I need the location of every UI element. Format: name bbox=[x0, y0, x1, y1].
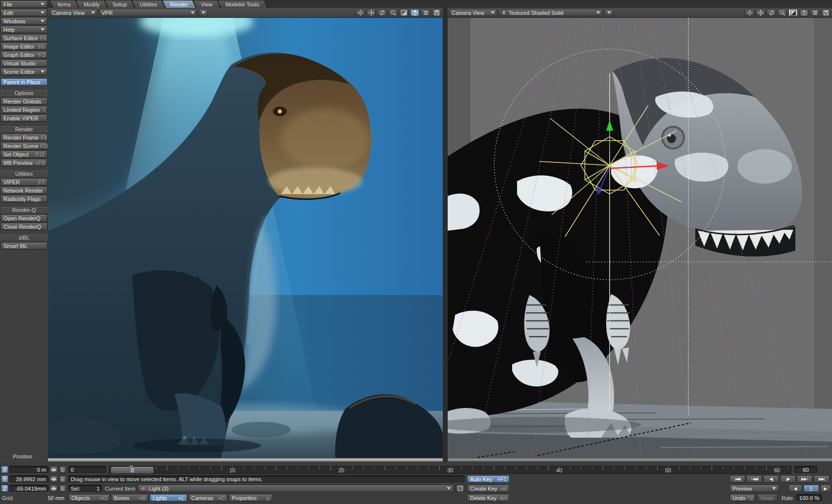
objects-mode-button[interactable]: Objects+O bbox=[68, 494, 110, 502]
lights-mode-button[interactable]: Lights+L bbox=[150, 494, 187, 502]
sel-object-button[interactable]: Sel ObjectF11 bbox=[0, 151, 48, 158]
timeline-slider-handle[interactable]: 0 bbox=[110, 466, 154, 474]
current-frame-field[interactable]: 0 bbox=[68, 466, 106, 473]
go-end-button[interactable]: ▶▶| bbox=[814, 475, 830, 483]
help-menu[interactable]: Help bbox=[0, 26, 48, 33]
render-scene-button[interactable]: Render SceneF10 bbox=[0, 142, 48, 150]
graph-editor-button[interactable]: Graph Editor^F2 bbox=[0, 51, 48, 58]
x-stepper[interactable] bbox=[50, 466, 58, 473]
render-camera-icon[interactable] bbox=[799, 9, 809, 16]
tab-setup[interactable]: Setup bbox=[105, 0, 134, 8]
chevron-down-icon bbox=[41, 28, 45, 31]
pan-icon[interactable] bbox=[366, 9, 376, 16]
center-item-icon[interactable] bbox=[745, 9, 754, 16]
render-mode-dropdown[interactable]: VPR bbox=[99, 9, 197, 16]
viewport-divider[interactable] bbox=[443, 8, 448, 462]
y-envelope-button[interactable]: E bbox=[59, 475, 67, 483]
mb-preview-button[interactable]: MB Preview+F9 bbox=[0, 159, 48, 166]
rotate-icon[interactable] bbox=[767, 9, 776, 16]
end-frame-field[interactable]: 60 bbox=[794, 466, 817, 473]
preview-dropdown[interactable]: Preview bbox=[729, 485, 779, 492]
tab-utilities[interactable]: Utilities bbox=[132, 0, 164, 8]
z-value-field[interactable]: -65.0419mm bbox=[9, 485, 49, 492]
file-menu[interactable]: File bbox=[0, 0, 48, 8]
tab-modify[interactable]: Modify bbox=[76, 0, 107, 8]
zoom-icon[interactable] bbox=[778, 9, 787, 16]
y-stepper[interactable] bbox=[50, 475, 58, 483]
render-camera-icon[interactable] bbox=[410, 9, 419, 16]
prev-frame-button[interactable]: ◀|| bbox=[763, 475, 779, 483]
virtual-studio-button[interactable]: Virtual Studio bbox=[0, 59, 48, 67]
image-editor-button[interactable]: Image EditorF6 bbox=[0, 43, 48, 50]
delete-key-button[interactable]: Delete Keydel bbox=[467, 494, 510, 502]
open-renderq-button[interactable]: Open RenderQ bbox=[0, 214, 48, 222]
opengl-canvas[interactable] bbox=[448, 18, 832, 458]
viewport-options-dropdown[interactable] bbox=[604, 9, 614, 16]
viewport-scrollbar[interactable] bbox=[448, 458, 832, 461]
viper-button[interactable]: VIPERF7 bbox=[0, 178, 48, 186]
save-view-icon[interactable] bbox=[821, 9, 831, 16]
limited-region-button[interactable]: Limited Regionl bbox=[0, 106, 48, 113]
maximize-icon[interactable] bbox=[788, 9, 798, 16]
z-axis-button[interactable]: Z bbox=[1, 485, 8, 492]
x-envelope-button[interactable]: E bbox=[59, 466, 67, 473]
z-stepper[interactable] bbox=[50, 485, 58, 492]
zoom-icon[interactable] bbox=[388, 9, 398, 16]
render-mode-dropdown[interactable]: TTextured Shaded Solid bbox=[499, 9, 603, 16]
tab-view[interactable]: View bbox=[194, 0, 220, 8]
current-item-dropdown[interactable]: Light (3) bbox=[138, 485, 454, 492]
view-type-dropdown[interactable]: Camera View bbox=[50, 9, 98, 16]
network-render-button[interactable]: Network Render bbox=[0, 187, 48, 194]
vpr-render-canvas[interactable] bbox=[48, 18, 443, 458]
bones-mode-button[interactable]: Bones+B bbox=[111, 494, 149, 502]
maximize-icon[interactable] bbox=[399, 9, 409, 16]
tab-render[interactable]: Render bbox=[163, 0, 196, 8]
go-start-button[interactable]: |◀◀ bbox=[729, 475, 745, 483]
close-renderq-button[interactable]: Close RenderQ bbox=[0, 223, 48, 230]
render-globals-button[interactable]: Render Globals bbox=[0, 98, 48, 105]
item-list-icon[interactable] bbox=[456, 485, 465, 492]
selection-count-field[interactable]: Sel:1 bbox=[68, 485, 102, 492]
scene-editor-button[interactable]: Scene Editor bbox=[0, 68, 48, 75]
tab-modeler-tools[interactable]: Modeler Tools bbox=[218, 0, 266, 8]
play-button[interactable]: ▶ bbox=[820, 485, 831, 492]
chevron-down-icon bbox=[202, 11, 206, 14]
next-key-button[interactable]: ▶▶+ bbox=[797, 475, 813, 483]
play-reverse-button[interactable]: ◀ bbox=[788, 485, 802, 492]
list-icon[interactable] bbox=[810, 9, 820, 16]
position-label: Position bbox=[13, 454, 32, 459]
properties-button[interactable]: Propertiesp bbox=[229, 494, 272, 502]
prev-key-button[interactable]: +◀◀ bbox=[746, 475, 762, 483]
auto-key-button[interactable]: Auto Key+F1 bbox=[467, 475, 510, 483]
render-frame-button[interactable]: Render FrameF9 bbox=[0, 134, 48, 141]
center-item-icon[interactable] bbox=[356, 9, 365, 16]
create-key-button[interactable]: Create Keyret bbox=[467, 485, 510, 492]
enable-viper-button[interactable]: Enable VIPER bbox=[0, 114, 48, 122]
save-view-icon[interactable] bbox=[432, 9, 441, 16]
tab-items[interactable]: Items bbox=[50, 0, 78, 8]
windows-menu[interactable]: Windows bbox=[0, 17, 48, 25]
radiosity-flags-button[interactable]: Radiosity Flags bbox=[0, 195, 48, 202]
z-envelope-button[interactable]: E bbox=[59, 485, 67, 492]
view-type-dropdown[interactable]: Camera View bbox=[449, 9, 497, 16]
cameras-mode-button[interactable]: Cameras+C bbox=[188, 494, 228, 502]
x-axis-button[interactable]: X bbox=[1, 466, 8, 473]
y-value-field[interactable]: 39.9992 mm bbox=[9, 475, 49, 483]
y-axis-button[interactable]: Y bbox=[1, 475, 8, 483]
edit-menu[interactable]: Edit bbox=[0, 9, 48, 16]
surface-editor-button[interactable]: Surface EditorF5 bbox=[0, 34, 48, 42]
viewport-options-dropdown[interactable] bbox=[199, 9, 208, 16]
timeline-ruler[interactable]: 10 20 30 40 50 60 0 bbox=[109, 466, 791, 474]
redo-button[interactable]: Redo bbox=[757, 494, 778, 502]
viewport-scrollbar[interactable] bbox=[48, 458, 443, 461]
next-frame-button[interactable]: ||▶ bbox=[780, 475, 796, 483]
list-icon[interactable] bbox=[421, 9, 430, 16]
pause-button[interactable]: || bbox=[803, 485, 819, 492]
pan-icon[interactable] bbox=[756, 9, 765, 16]
smart-ibl-button[interactable]: Smart IBL bbox=[0, 242, 48, 250]
rate-value-field[interactable]: 100.0 % bbox=[796, 494, 822, 502]
parent-in-place-button[interactable]: Parent in Place bbox=[0, 78, 48, 86]
undo-button[interactable]: Undo^Z bbox=[729, 494, 755, 502]
rotate-icon[interactable] bbox=[377, 9, 387, 16]
x-value-field[interactable]: 0 m bbox=[9, 466, 49, 473]
